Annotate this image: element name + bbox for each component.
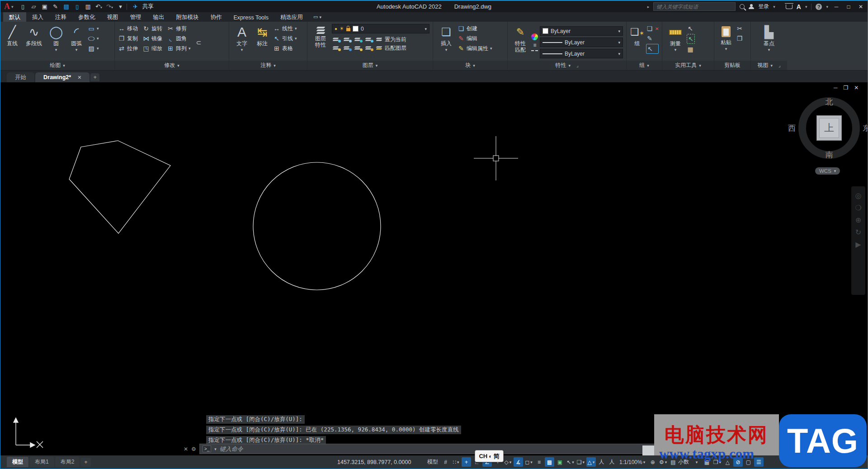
layer-thaw-button[interactable] — [354, 44, 363, 52]
annotation-scale-button[interactable]: 1:1/100%▾ — [618, 457, 647, 467]
recent-commands-icon[interactable]: ▾ — [214, 447, 217, 451]
viewcube-west[interactable]: 西 — [788, 123, 796, 133]
create-block-button[interactable]: ❏创建 — [458, 24, 492, 33]
sign-in-link[interactable]: 登录 — [758, 3, 769, 10]
copy-clip-button[interactable]: ❐ — [736, 34, 743, 43]
modify-more-button[interactable]: ⊂ — [195, 38, 203, 47]
panel-label-modify[interactable]: 修改▾ — [115, 61, 229, 70]
tab-insert[interactable]: 插入 — [26, 12, 49, 22]
open-file-button[interactable]: ▱ — [29, 3, 39, 10]
minimize-window-button[interactable]: ─ — [832, 4, 840, 10]
navigation-wheel-icon[interactable]: ◎ — [855, 193, 862, 199]
account-chevron-icon[interactable]: ▾ — [773, 5, 775, 9]
drawing-canvas[interactable]: ─ ❐ ✕ 北 南 西 — [0, 82, 868, 455]
doc-minimize-icon[interactable]: ─ — [834, 85, 838, 91]
user-icon[interactable] — [749, 4, 754, 9]
tab-start[interactable]: 开始 — [7, 72, 34, 82]
autodesk-apps-icon[interactable]: A — [797, 3, 801, 10]
tab-express-tools[interactable]: Express Tools — [228, 12, 275, 22]
selection-filter-toggle[interactable]: △▾ — [586, 457, 596, 467]
viewcube[interactable]: 北 南 西 东 上 WCS▾ — [798, 97, 860, 159]
layer-off-button[interactable] — [332, 35, 342, 43]
help-search-box[interactable] — [653, 2, 736, 11]
stretch-button[interactable]: ⇄拉伸 — [118, 44, 138, 53]
otrack-toggle[interactable]: ∡ — [514, 457, 523, 467]
line-button[interactable]: ╱ 直线 — [4, 23, 21, 61]
panel-label-groups[interactable]: 组▾ — [627, 61, 662, 70]
new-file-button[interactable]: ▯ — [18, 3, 28, 10]
panel-label-layers[interactable]: 图层▾ — [307, 61, 433, 70]
rectangle-button[interactable]: ▭▾ — [88, 24, 99, 33]
isodraft-toggle[interactable]: ◇▾ — [503, 457, 513, 467]
scale-button[interactable]: ◳缩放 — [142, 44, 162, 53]
new-layout-button[interactable]: + — [80, 458, 91, 467]
measure-button[interactable]: 测量 ▾ — [665, 23, 685, 61]
ime-indicator[interactable]: CH ◐ 简 — [475, 450, 504, 462]
command-input-bar[interactable]: >_ ▾ 键入命令 — [199, 444, 691, 454]
panel-label-clipboard[interactable]: 剪贴板 — [714, 61, 750, 70]
group-selection-toggle[interactable]: ↖ — [646, 44, 659, 54]
command-input-placeholder[interactable]: 键入命令 — [220, 445, 243, 453]
lineweight-toggle[interactable]: ≡ — [534, 457, 544, 467]
table-button[interactable]: ⊞表格 — [273, 44, 297, 53]
paste-button[interactable]: 粘贴 ▾ — [717, 23, 735, 61]
circle-shape[interactable] — [253, 162, 381, 290]
zoom-extents-icon[interactable]: ⊕ — [855, 217, 861, 223]
tab-annotate[interactable]: 注释 — [49, 12, 72, 22]
navigation-bar[interactable]: ◎ ❍ ⊕ ↻ ▶ — [851, 186, 865, 295]
edit-block-button[interactable]: ✎编辑 — [458, 34, 492, 43]
redo-button[interactable]: ↷▾ — [105, 3, 115, 10]
ungroup-button[interactable]: ❏✕ — [646, 24, 659, 33]
trim-button[interactable]: ✂修剪 — [167, 24, 191, 33]
cut-button[interactable]: ✂ — [736, 24, 743, 33]
make-current-button[interactable]: 置为当前 — [375, 36, 406, 43]
quick-select-button[interactable]: ↖ — [687, 24, 695, 33]
layer-isolate-button[interactable] — [343, 35, 353, 43]
tab-parametric[interactable]: 参数化 — [72, 12, 101, 22]
match-properties-button[interactable]: ✎ 特性 匹配 — [511, 23, 530, 61]
gizmo-toggle[interactable]: 人 — [597, 457, 606, 467]
panel-label-properties[interactable]: 特性▾ ⌟ — [508, 61, 626, 70]
arc-button[interactable]: ◜ 圆弧 ▾ — [66, 23, 86, 61]
tab-view[interactable]: 视图 — [101, 12, 124, 22]
polyline-button[interactable]: ∿ 多段线 — [22, 23, 46, 61]
ellipse-button[interactable]: ◯▾ — [88, 34, 99, 43]
select-objects-button[interactable]: ↖ — [687, 34, 695, 44]
panel-label-view[interactable]: 视图▾ ⌟ — [751, 61, 787, 70]
circle-button[interactable]: ◯ 圆 ▾ — [47, 23, 65, 61]
doc-restore-icon[interactable]: ❐ — [844, 85, 849, 91]
tab-home[interactable]: 默认 — [3, 12, 26, 22]
save-as-button[interactable]: ✎ — [51, 3, 61, 10]
export-button[interactable]: ▤ — [61, 3, 71, 10]
panel-label-block[interactable]: 块▾ — [433, 61, 507, 70]
tab-model[interactable]: 模型 — [7, 457, 28, 467]
layer-freeze-button[interactable] — [354, 35, 363, 43]
layer-select-combo[interactable]: ● ☀ 0 ▾ — [332, 24, 429, 33]
panel-label-draw[interactable]: 绘图▾ — [0, 61, 114, 70]
doc-close-icon[interactable]: ✕ — [854, 85, 859, 91]
search-icon[interactable] — [740, 4, 745, 9]
close-window-button[interactable]: ✕ — [857, 4, 865, 10]
command-close-icon[interactable]: ✕ — [184, 446, 188, 452]
tab-layout1[interactable]: 布局1 — [29, 457, 54, 467]
showmotion-icon[interactable]: ▶ — [855, 242, 861, 248]
ribbon-display-toggle[interactable]: ▭ ▾ — [309, 12, 326, 22]
tab-manage[interactable]: 管理 — [124, 12, 147, 22]
ucs-icon[interactable] — [14, 418, 43, 448]
collapse-search-icon[interactable]: ▸ — [647, 5, 650, 9]
customize-qat-button[interactable]: ▾ — [116, 3, 126, 10]
apps-chevron-icon[interactable]: ▾ — [805, 5, 807, 9]
plot-button[interactable]: ▥ — [83, 3, 93, 10]
customization-menu-icon[interactable]: ☰ — [754, 457, 764, 467]
tab-addins[interactable]: 附加模块 — [170, 12, 205, 22]
help-chevron-icon[interactable]: ▾ — [826, 5, 828, 9]
tab-featured-apps[interactable]: 精选应用 — [274, 12, 309, 22]
help-icon[interactable]: ? — [816, 4, 822, 10]
new-drawing-tab-button[interactable]: + — [90, 73, 99, 81]
viewcube-north[interactable]: 北 — [826, 97, 833, 107]
wcs-menu[interactable]: WCS▾ — [815, 167, 840, 175]
layer-unisolate-button[interactable] — [343, 44, 353, 52]
annotation-visibility-toggle[interactable]: 人 — [607, 457, 617, 467]
viewcube-east[interactable]: 东 — [863, 123, 868, 133]
dimension-button[interactable]: ↹ 标注 — [253, 23, 272, 61]
